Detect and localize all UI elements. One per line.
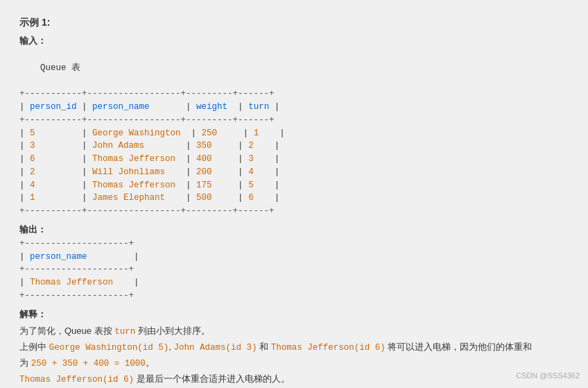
section-title: 示例 1: xyxy=(19,17,569,29)
explain-text: 为了简化，Queue 表按 turn 列由小到大排序。上例中 George Wa… xyxy=(19,323,569,388)
input-label: 输入： xyxy=(19,35,569,47)
watermark: CSDN @SSS4362 xyxy=(516,371,580,380)
explain-label: 解释： xyxy=(19,308,569,321)
output-label: 输出： xyxy=(19,223,569,236)
output-table: +--------------------+ | person_name | +… xyxy=(19,237,569,303)
queue-label: Queue 表 xyxy=(19,49,569,87)
input-table: +-----------+------------------+--------… xyxy=(19,87,569,218)
main-container: 示例 1: 输入： Queue 表 +-----------+---------… xyxy=(11,11,577,388)
